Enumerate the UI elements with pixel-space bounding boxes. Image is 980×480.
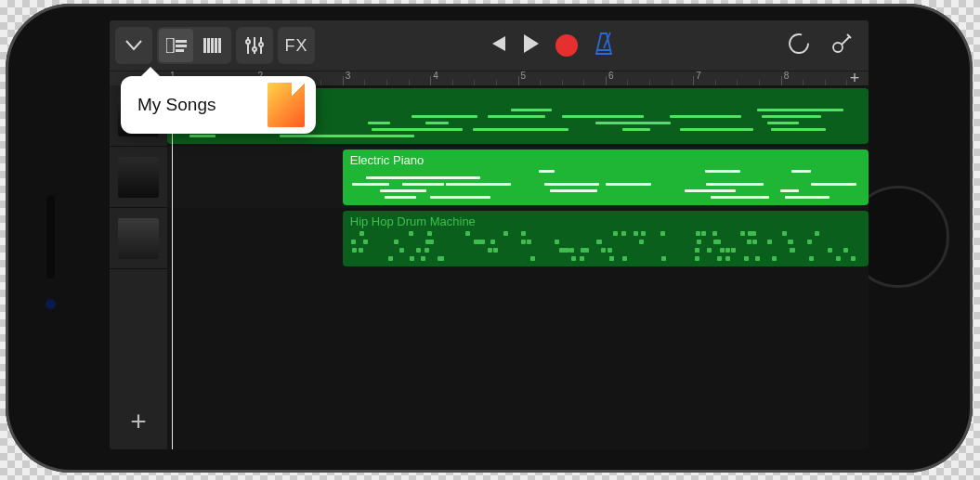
ruler-bar-label: 5 (521, 71, 527, 81)
loop-button[interactable] (787, 32, 811, 59)
track-controls-button[interactable] (236, 27, 273, 64)
transport (487, 32, 615, 59)
garageband-document-icon (268, 83, 305, 127)
svg-point-9 (259, 43, 263, 46)
ruler-bar-label: 8 (784, 71, 790, 81)
track-header-2[interactable] (110, 147, 167, 208)
region-label: Electric Piano (350, 153, 861, 167)
instrument-icon (118, 157, 159, 198)
ruler-bar-label: 4 (433, 71, 438, 81)
fx-button[interactable]: FX (278, 27, 315, 64)
tracks-view-icon[interactable] (159, 29, 193, 62)
track-header-3[interactable] (110, 208, 167, 269)
app-screen: FX 12345678 + (110, 20, 869, 449)
go-to-beginning-button[interactable] (487, 34, 507, 57)
play-button[interactable] (522, 33, 541, 58)
metronome-button[interactable] (593, 32, 615, 59)
midi-region[interactable]: Hip Hop Drum Machine (343, 211, 869, 266)
svg-point-5 (246, 40, 250, 44)
browser-dropdown-button[interactable] (115, 27, 152, 64)
add-section-button[interactable]: + (846, 71, 863, 85)
instrument-icon (118, 218, 159, 259)
my-songs-button[interactable]: My Songs (137, 95, 268, 115)
view-mode-toggle[interactable] (157, 27, 231, 64)
settings-button[interactable] (830, 32, 854, 59)
playhead[interactable] (172, 85, 173, 449)
svg-rect-3 (176, 49, 184, 52)
ruler-bar-label: 6 (608, 71, 614, 81)
ruler-bar-label: 3 (346, 71, 351, 81)
svg-point-7 (253, 47, 256, 51)
region-label: Hip Hop Drum Machine (350, 214, 861, 228)
toolbar: FX (110, 20, 869, 71)
track-lane[interactable]: Electric Piano (167, 147, 869, 208)
browser-popover: My Songs (121, 76, 316, 134)
track-lane[interactable]: Hip Hop Drum Machine (167, 208, 869, 269)
midi-region[interactable]: Electric Piano (343, 149, 869, 205)
instrument-view-icon[interactable] (195, 29, 229, 62)
add-track-button[interactable]: + (110, 394, 167, 449)
ruler-bar-label: 7 (696, 71, 701, 81)
svg-rect-2 (176, 45, 187, 47)
svg-rect-0 (166, 38, 174, 53)
track-lanes[interactable]: Electric PianoHip Hop Drum Machine (167, 85, 869, 449)
record-button[interactable] (555, 34, 578, 57)
svg-point-11 (790, 34, 808, 53)
track-headers: + (110, 85, 167, 449)
svg-rect-1 (176, 40, 187, 43)
